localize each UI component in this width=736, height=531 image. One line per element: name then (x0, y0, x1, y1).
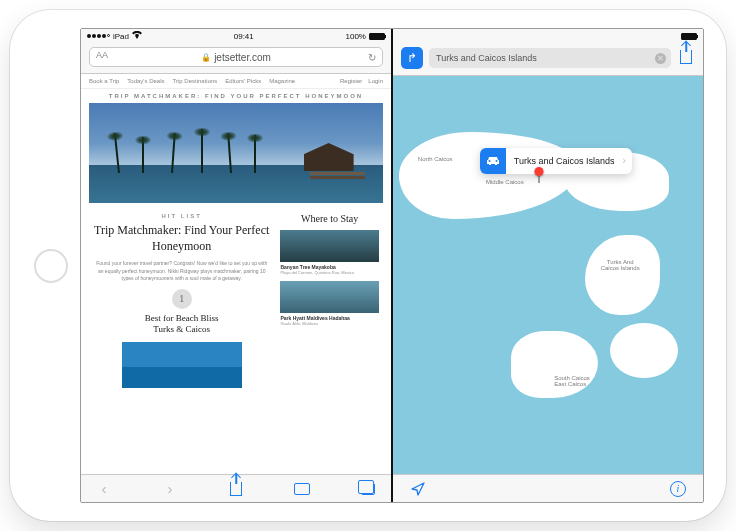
hero-image (89, 103, 383, 203)
tabs-button[interactable] (357, 483, 379, 495)
clock: 09:41 (234, 32, 254, 41)
home-button[interactable] (34, 249, 68, 283)
forward-button[interactable]: › (159, 480, 181, 497)
split-view-screen: iPad 09:41 100% 🔒 jetsetter.com ↻ AA (80, 28, 704, 503)
nav-item[interactable]: Trip Destinations (173, 78, 218, 84)
signal-icon (87, 34, 110, 38)
map-label: Middle Caicos (486, 179, 524, 185)
island-graphic (610, 323, 678, 379)
map-label: Turks And Caicos Islands (601, 259, 640, 271)
safari-pane: iPad 09:41 100% 🔒 jetsetter.com ↻ AA (81, 29, 391, 502)
safari-urlbar: 🔒 jetsetter.com ↻ AA (81, 43, 391, 74)
sidebar-where-to-stay: Where to Stay Banyan Tree Mayakoba Playa… (280, 213, 379, 388)
rank-title: Best for Beach Bliss Turks & Caicos (145, 313, 219, 336)
reader-aa-icon[interactable]: AA (96, 50, 108, 60)
maps-header: ↱ Turks and Caicos Islands ✕ (393, 43, 703, 76)
map-info-button[interactable]: i (667, 481, 689, 497)
webpage-content[interactable]: Book a Trip Today's Deals Trip Destinati… (81, 74, 391, 474)
url-field[interactable]: 🔒 jetsetter.com ↻ AA (89, 47, 383, 67)
island-graphic (585, 235, 659, 315)
map-canvas[interactable]: North Caicos Middle Caicos Turks And Cai… (393, 76, 703, 474)
article-main: HIT LIST Trip Matchmaker: Find Your Perf… (93, 213, 270, 388)
dock-graphic (310, 172, 365, 175)
reload-icon[interactable]: ↻ (368, 52, 376, 63)
battery-icon (681, 33, 697, 40)
chevron-right-icon: › (623, 155, 626, 166)
island-graphic (399, 132, 579, 220)
maps-toolbar: i (393, 474, 703, 502)
hotel-loc: Gaafu Alifu, Maldives (280, 321, 379, 326)
rank-thumb (122, 342, 242, 388)
safari-toolbar: ‹ › (81, 474, 391, 502)
wifi-icon (132, 31, 142, 41)
place-callout[interactable]: Turks and Caicos Islands › (480, 148, 632, 174)
hotel-loc: Playa del Carmen, Quintana Roo, Mexico (280, 270, 379, 275)
section-label: HIT LIST (162, 213, 202, 219)
site-nav: Book a Trip Today's Deals Trip Destinati… (81, 74, 391, 89)
side-title: Where to Stay (280, 213, 379, 224)
search-text: Turks and Caicos Islands (436, 53, 537, 63)
share-button[interactable] (225, 482, 247, 496)
status-bar-safari: iPad 09:41 100% (81, 29, 391, 43)
bookmarks-button[interactable] (291, 483, 313, 495)
island-graphic (511, 331, 598, 399)
site-nav-left: Book a Trip Today's Deals Trip Destinati… (89, 78, 295, 84)
status-bar-maps (393, 29, 703, 43)
hotel-thumb (280, 230, 379, 262)
battery-icon (369, 33, 385, 40)
url-text: jetsetter.com (214, 52, 271, 63)
maps-pane: ↱ Turks and Caicos Islands ✕ North Caico… (393, 29, 703, 502)
hotel-thumb (280, 281, 379, 313)
list-item[interactable]: Park Hyatt Maldives Hadahaa Gaafu Alifu,… (280, 281, 379, 326)
car-icon (480, 148, 506, 174)
nav-item[interactable]: Book a Trip (89, 78, 119, 84)
nav-register[interactable]: Register (340, 78, 362, 84)
nav-item[interactable]: Magazine (269, 78, 295, 84)
ipad-frame: iPad 09:41 100% 🔒 jetsetter.com ↻ AA (10, 10, 726, 521)
maps-search-field[interactable]: Turks and Caicos Islands ✕ (429, 48, 671, 68)
list-item[interactable]: Banyan Tree Mayakoba Playa del Carmen, Q… (280, 230, 379, 275)
nav-login[interactable]: Login (368, 78, 383, 84)
maps-share-button[interactable] (677, 50, 695, 67)
clear-search-icon[interactable]: ✕ (655, 53, 666, 64)
battery-pct: 100% (346, 32, 366, 41)
rank-badge: 1 (172, 289, 192, 309)
article-desc: Found your forever travel partner? Congr… (93, 260, 270, 283)
directions-button[interactable]: ↱ (401, 47, 423, 69)
nav-item[interactable]: Editors' Picks (225, 78, 261, 84)
map-label: North Caicos (418, 156, 453, 162)
map-label: South Caicos East Caicos (554, 375, 590, 387)
nav-item[interactable]: Today's Deals (127, 78, 164, 84)
site-nav-right: Register Login (340, 78, 383, 84)
article-title: Trip Matchmaker: Find Your Perfect Honey… (93, 223, 270, 254)
lock-icon: 🔒 (201, 53, 211, 62)
callout-title: Turks and Caicos Islands (506, 156, 623, 166)
article-eyebrow: TRIP MATCHMAKER: FIND YOUR PERFECT HONEY… (81, 89, 391, 103)
locate-button[interactable] (407, 482, 429, 496)
carrier-label: iPad (113, 32, 129, 41)
map-pin[interactable] (534, 167, 543, 183)
back-button[interactable]: ‹ (93, 480, 115, 497)
